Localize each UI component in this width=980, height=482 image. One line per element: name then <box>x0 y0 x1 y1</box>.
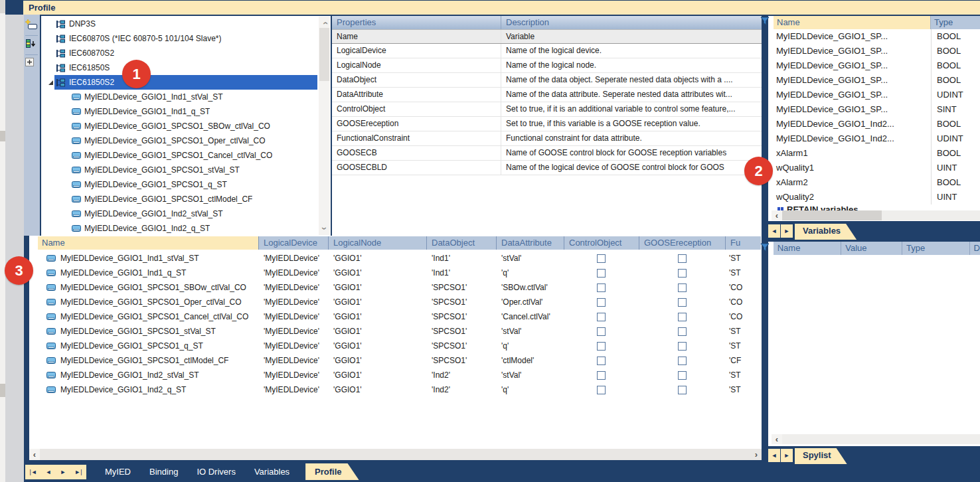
property-row[interactable]: DataObject Name of the data object. Sepe… <box>332 73 762 88</box>
retain-variables-row[interactable]: RETAIN variables <box>768 204 980 210</box>
variable-row[interactable]: xAlarm2 BOOL <box>768 175 980 190</box>
goosereception-checkbox[interactable] <box>678 342 687 351</box>
tree-item-variable[interactable]: MyIEDLDevice_GGIO1_SPCSO1_Cancel_ctlVal_… <box>41 148 331 163</box>
property-row[interactable]: LogicalNode Name of the logical node. <box>332 58 762 73</box>
profile-table-row[interactable]: MyIEDLDevice_GGIO1_Ind2_stVal_ST 'MyIEDL… <box>38 368 761 382</box>
variable-row[interactable]: MyIEDLDevice_GGIO1_SP... BOOL <box>768 58 980 73</box>
profile-table-row[interactable]: MyIEDLDevice_GGIO1_Ind2_q_ST 'MyIEDLDevi… <box>38 382 761 397</box>
tree-item-protocol[interactable]: IEC60870S (*IEC 60870-5 101/104 Slave*) <box>41 31 331 46</box>
tab-nav-arrow-icon[interactable]: ► <box>60 469 66 475</box>
bottom-tab[interactable]: Binding <box>149 463 178 480</box>
watch-hscrollbar[interactable]: ‹ <box>772 434 980 444</box>
variable-row[interactable]: MyIEDLDevice_GGIO1_Ind2... BOOL <box>768 117 980 131</box>
tree-item-protocol[interactable]: IEC60870S2 <box>41 46 331 60</box>
controlobject-checkbox[interactable] <box>597 283 606 292</box>
new-variable-icon[interactable] <box>25 19 39 33</box>
tab-scroll-right-button[interactable]: ► <box>781 224 793 238</box>
expand-icon[interactable] <box>25 58 39 71</box>
goosereception-checkbox[interactable] <box>678 298 687 307</box>
property-row[interactable]: DataAttribute Name of the data attribute… <box>332 88 762 102</box>
scroll-left-icon[interactable]: ‹ <box>772 434 782 444</box>
logicaldevice-column-header[interactable]: LogicalDevice <box>258 236 328 250</box>
type-column-header[interactable]: Type <box>902 242 969 255</box>
goosereception-checkbox[interactable] <box>678 269 687 278</box>
profile-table-row[interactable]: MyIEDLDevice_GGIO1_SPCSO1_SBOw_ctlVal_CO… <box>38 280 761 295</box>
tree-item-variable[interactable]: MyIEDLDevice_GGIO1_SPCSO1_stVal_ST <box>41 163 331 177</box>
controlobject-checkbox[interactable] <box>597 254 606 263</box>
profile-table-hscrollbar[interactable]: ‹ › <box>29 449 762 460</box>
property-row[interactable]: GOOSEreception Set to true, if this vari… <box>332 117 762 131</box>
variable-row[interactable]: MyIEDLDevice_GGIO1_SP... BOOL <box>768 29 980 44</box>
tree-item-variable[interactable]: MyIEDLDevice_GGIO1_SPCSO1_ctlModel_CF <box>41 192 331 206</box>
dataobject-column-header[interactable]: DataObject <box>426 236 496 250</box>
variable-row[interactable]: MyIEDLDevice_GGIO1_SP... SINT <box>768 102 980 117</box>
controlobject-column-header[interactable]: ControlObject <box>564 236 639 250</box>
profile-table-row[interactable]: MyIEDLDevice_GGIO1_SPCSO1_Oper_ctlVal_CO… <box>38 295 761 309</box>
tab-scroll-left-button[interactable]: ◄ <box>768 224 780 238</box>
logicalnode-column-header[interactable]: LogicalNode <box>328 236 426 250</box>
property-row[interactable]: FunctionalConstraint Functional constrai… <box>332 131 762 146</box>
profile-table-row[interactable]: MyIEDLDevice_GGIO1_SPCSO1_q_ST 'MyIEDLDe… <box>38 339 761 353</box>
d-column-header[interactable]: D <box>969 242 980 255</box>
controlobject-checkbox[interactable] <box>597 327 606 336</box>
tree-item-variable[interactable]: MyIEDLDevice_GGIO1_SPCSO1_Oper_ctlVal_CO <box>41 133 331 148</box>
goosereception-checkbox[interactable] <box>678 371 687 380</box>
tab-variables[interactable]: Variables <box>795 224 857 240</box>
name-column-header[interactable]: Name <box>774 16 931 29</box>
scroll-left-icon[interactable]: ‹ <box>772 210 782 220</box>
profile-table-row[interactable]: MyIEDLDevice_GGIO1_Ind1_stVal_ST 'MyIEDL… <box>38 251 761 266</box>
scroll-thumb[interactable] <box>319 28 329 81</box>
tab-nav-arrow-icon[interactable]: |◄ <box>29 469 37 475</box>
tree-item-variable[interactable]: MyIEDLDevice_GGIO1_Ind1_q_ST <box>41 104 331 119</box>
tree-item-variable[interactable]: MyIEDLDevice_GGIO1_Ind2_q_ST <box>41 221 331 236</box>
tab-spylist[interactable]: Spylist <box>795 448 847 464</box>
controlobject-checkbox[interactable] <box>597 269 606 278</box>
goosereception-checkbox[interactable] <box>678 313 687 321</box>
goosereception-checkbox[interactable] <box>678 386 687 394</box>
controlobject-checkbox[interactable] <box>597 342 606 351</box>
tree-item-variable[interactable]: MyIEDLDevice_GGIO1_Ind2_stVal_ST <box>41 206 331 221</box>
scroll-right-icon[interactable]: › <box>751 449 762 460</box>
variable-row[interactable]: wQuality2 UINT <box>768 190 980 204</box>
variable-row[interactable]: wQuality1 UINT <box>768 161 980 175</box>
goosereception-column-header[interactable]: GOOSEreception <box>639 236 725 250</box>
dataattribute-column-header[interactable]: DataAttribute <box>496 236 564 250</box>
funnel-icon[interactable] <box>760 243 770 252</box>
profile-table-row[interactable]: MyIEDLDevice_GGIO1_SPCSO1_Cancel_ctlVal_… <box>38 309 761 324</box>
variable-row[interactable]: MyIEDLDevice_GGIO1_SP... BOOL <box>768 44 980 58</box>
variable-list-hscrollbar[interactable]: ‹ <box>772 210 980 220</box>
bottom-tab[interactable]: MyIED <box>105 463 131 480</box>
goosereception-checkbox[interactable] <box>678 283 687 292</box>
profile-table-row[interactable]: MyIEDLDevice_GGIO1_Ind1_q_ST 'MyIEDLDevi… <box>38 266 761 280</box>
name-column-header[interactable]: Name <box>774 242 841 255</box>
tree-item-protocol[interactable]: IEC61850S2 <box>41 75 331 90</box>
tab-nav-arrow-icon[interactable]: ◄ <box>46 469 52 475</box>
expander[interactable] <box>41 80 54 85</box>
tree-item-protocol[interactable]: IEC61850S <box>41 60 331 75</box>
bottom-tab[interactable]: Profile <box>305 463 359 480</box>
variable-row[interactable]: MyIEDLDevice_GGIO1_SP... BOOL <box>768 73 980 88</box>
variable-row[interactable]: MyIEDLDevice_GGIO1_SP... UDINT <box>768 88 980 102</box>
name-column-header[interactable]: Name <box>38 236 258 250</box>
insert-variable-icon[interactable] <box>25 39 39 52</box>
funnel-icon[interactable] <box>760 17 770 25</box>
variable-row[interactable]: MyIEDLDevice_GGIO1_Ind2... UDINT <box>768 131 980 146</box>
property-row[interactable]: LogicalDevice Name of the logical device… <box>332 44 762 58</box>
goosereception-checkbox[interactable] <box>678 357 687 365</box>
type-column-header[interactable]: Type <box>931 16 980 29</box>
goosereception-checkbox[interactable] <box>678 254 687 263</box>
goosereception-checkbox[interactable] <box>678 327 687 336</box>
controlobject-checkbox[interactable] <box>597 298 606 307</box>
tab-scroll-left-button[interactable]: ◄ <box>768 449 780 462</box>
bottom-tab[interactable]: Variables <box>254 463 289 480</box>
controlobject-checkbox[interactable] <box>597 357 606 365</box>
controlobject-checkbox[interactable] <box>597 371 606 380</box>
controlobject-checkbox[interactable] <box>597 386 606 394</box>
tab-nav-arrow-icon[interactable]: ►| <box>74 469 82 475</box>
functionalconstraint-column-header[interactable]: Fu <box>725 236 761 250</box>
scroll-thumb[interactable] <box>782 210 882 220</box>
profile-table-row[interactable]: MyIEDLDevice_GGIO1_SPCSO1_ctlModel_CF 'M… <box>38 353 761 368</box>
tree-item-variable[interactable]: MyIEDLDevice_GGIO1_SPCSO1_SBOw_ctlVal_CO <box>41 119 331 133</box>
scroll-down-icon[interactable]: › <box>320 223 329 234</box>
property-row[interactable]: Name Variable <box>332 29 762 44</box>
